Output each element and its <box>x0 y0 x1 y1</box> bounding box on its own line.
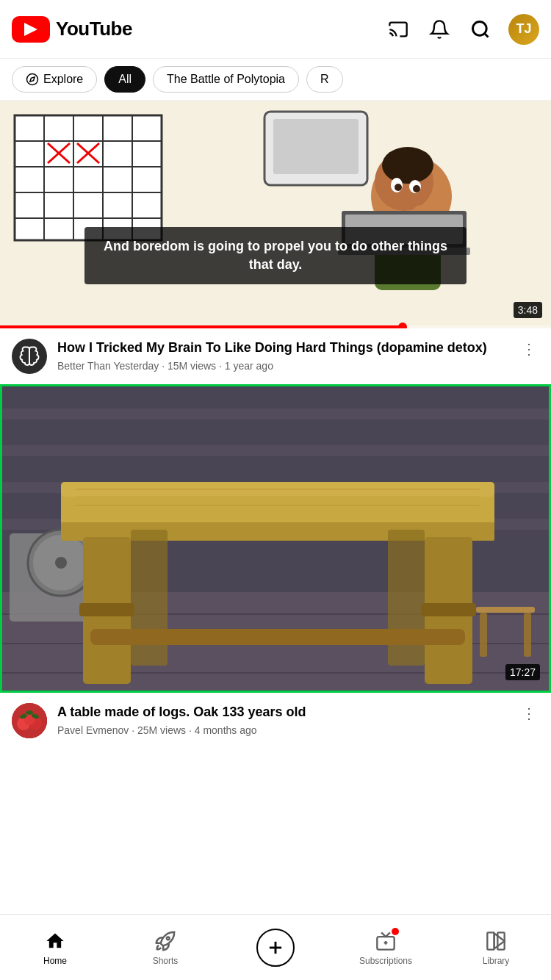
svg-rect-60 <box>476 607 535 613</box>
svg-point-3 <box>27 74 38 85</box>
nav-item-subscriptions[interactable]: Subscriptions <box>331 929 441 966</box>
nav-item-home[interactable]: Home <box>0 929 110 966</box>
logo-container: YouTube <box>12 16 385 43</box>
youtube-logo-text: YouTube <box>56 18 132 40</box>
svg-rect-52 <box>131 530 168 666</box>
bottom-navigation: Home Shorts Subscrip <box>0 914 551 980</box>
header-icons: TJ <box>385 14 539 45</box>
home-icon <box>43 929 67 953</box>
video1-info: How I Tricked My Brain To Like Doing Har… <box>0 328 551 384</box>
subscriptions-icon <box>374 929 397 953</box>
pavel-avatar <box>12 703 47 738</box>
svg-rect-61 <box>480 613 487 657</box>
video-player-1[interactable]: And boredom is going to propel you to do… <box>0 101 551 328</box>
shorts-icon <box>154 929 177 953</box>
filter-chip-more[interactable]: R <box>306 66 343 93</box>
video1-text: How I Tricked My Brain To Like Doing Har… <box>57 339 508 372</box>
svg-point-69 <box>26 710 33 715</box>
svg-rect-54 <box>90 629 465 645</box>
shorts-label: Shorts <box>153 956 179 966</box>
svg-line-2 <box>484 33 488 37</box>
filter-chip-all[interactable]: All <box>104 66 145 93</box>
notification-button[interactable] <box>426 16 453 43</box>
user-avatar[interactable]: TJ <box>508 14 539 45</box>
svg-point-1 <box>473 21 487 35</box>
svg-rect-75 <box>487 932 494 949</box>
header: YouTube TJ <box>0 0 551 59</box>
brain-icon <box>12 339 47 374</box>
svg-rect-20 <box>273 119 359 174</box>
svg-marker-77 <box>494 933 505 948</box>
home-label: Home <box>43 956 67 966</box>
progress-bar[interactable] <box>0 325 551 328</box>
video2-thumbnail[interactable]: 17:27 <box>0 384 551 693</box>
cast-button[interactable] <box>385 16 411 43</box>
video1-channel-avatar[interactable] <box>12 339 47 374</box>
library-label: Library <box>483 956 510 966</box>
svg-rect-56 <box>421 603 476 616</box>
svg-rect-36 <box>2 445 551 456</box>
youtube-logo-icon <box>12 16 50 43</box>
video2-info: A table made of logs. Oak 133 years old … <box>0 693 551 749</box>
video2-title[interactable]: A table made of logs. Oak 133 years old <box>57 703 508 721</box>
video1-meta: Better Than Yesterday · 15M views · 1 ye… <box>57 360 508 372</box>
svg-rect-35 <box>2 408 551 419</box>
subscriptions-label: Subscriptions <box>359 956 412 966</box>
filter-chip-polytopia[interactable]: The Battle of Polytopia <box>153 66 299 93</box>
progress-dot <box>398 323 407 328</box>
svg-rect-53 <box>388 530 425 666</box>
video1-duration: 3:48 <box>514 302 542 318</box>
svg-marker-4 <box>30 77 35 82</box>
video2-channel-avatar[interactable] <box>12 703 47 738</box>
video2-text: A table made of logs. Oak 133 years old … <box>57 703 508 736</box>
progress-fill <box>0 325 403 328</box>
create-button[interactable] <box>256 929 295 967</box>
video1-more-button[interactable]: ⋮ <box>519 339 539 359</box>
video1-title[interactable]: How I Tricked My Brain To Like Doing Har… <box>57 339 508 357</box>
filter-chip-explore[interactable]: Explore <box>12 66 97 93</box>
nav-item-shorts[interactable]: Shorts <box>110 929 220 966</box>
svg-rect-62 <box>524 613 531 657</box>
svg-point-27 <box>413 185 420 192</box>
video2-duration: 17:27 <box>505 664 540 680</box>
video2-more-button[interactable]: ⋮ <box>519 703 539 724</box>
video-subtitle: And boredom is going to propel you to do… <box>84 227 467 284</box>
svg-point-46 <box>55 557 67 569</box>
nav-item-library[interactable]: Library <box>441 929 551 966</box>
svg-point-26 <box>395 184 402 191</box>
video2-meta: Pavel Evmenov · 25M views · 4 months ago <box>57 724 508 736</box>
table-image-bg <box>2 386 549 691</box>
svg-rect-55 <box>79 603 134 616</box>
library-icon <box>484 929 508 953</box>
nav-item-create[interactable] <box>220 929 331 967</box>
filter-bar: Explore All The Battle of Polytopia R <box>0 59 551 101</box>
svg-rect-6 <box>15 115 162 240</box>
notification-badge <box>392 928 399 935</box>
search-button[interactable] <box>467 16 494 43</box>
svg-point-23 <box>382 147 433 184</box>
